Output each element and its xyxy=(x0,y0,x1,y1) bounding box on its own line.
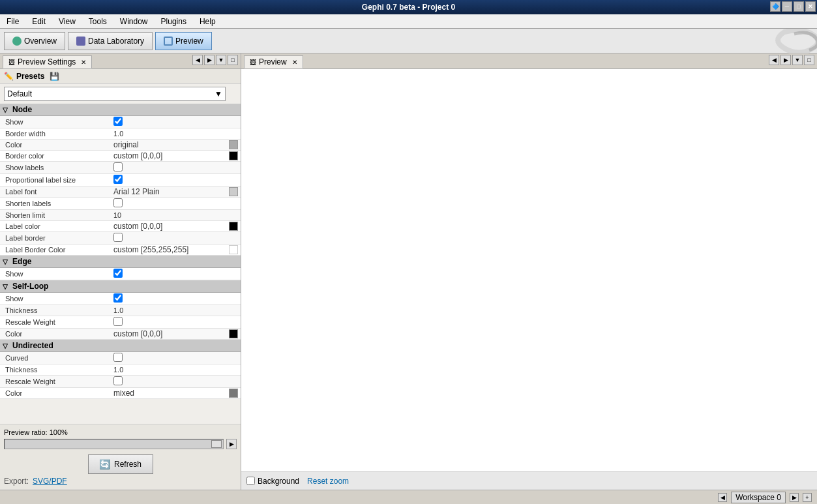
node-show-value[interactable] xyxy=(111,116,241,128)
node-color-swatch[interactable] xyxy=(229,140,238,149)
minimize-button[interactable]: ─ xyxy=(782,1,792,12)
tab-maximize[interactable]: □ xyxy=(228,55,238,65)
workspace-add[interactable]: + xyxy=(803,493,812,502)
right-tab-scroll-right[interactable]: ▶ xyxy=(780,55,791,65)
preview-tab[interactable]: 🖼 Preview ✕ xyxy=(244,55,303,68)
overview-button[interactable]: Overview xyxy=(4,32,65,50)
right-tab-dropdown[interactable]: ▼ xyxy=(792,55,803,65)
preview-tab-close-icon[interactable]: ✕ xyxy=(292,59,297,66)
menu-help[interactable]: Help xyxy=(196,16,220,27)
node-label-color-value[interactable]: custom [0,0,0] xyxy=(111,221,241,232)
ratio-slider-container: ▶ xyxy=(4,439,237,449)
node-show-labels-value[interactable] xyxy=(111,162,241,174)
save-preset-icon[interactable]: 💾 xyxy=(50,72,59,81)
workspace-nav-right[interactable]: ▶ xyxy=(790,493,799,502)
self-loop-show-checkbox[interactable] xyxy=(113,293,123,303)
self-loop-collapse-icon[interactable]: ▽ xyxy=(3,283,8,290)
node-show-labels-label: Show labels xyxy=(0,162,111,174)
menu-view[interactable]: View xyxy=(55,16,80,27)
refresh-label: Refresh xyxy=(114,460,141,469)
menu-window[interactable]: Window xyxy=(116,16,152,27)
refresh-button[interactable]: 🔄 Refresh xyxy=(88,454,153,474)
self-loop-rescale-checkbox[interactable] xyxy=(113,317,123,326)
background-checkbox[interactable] xyxy=(246,477,255,485)
ratio-slider-thumb[interactable] xyxy=(211,440,222,448)
undirected-curved-value[interactable] xyxy=(111,352,241,364)
edge-show-value[interactable] xyxy=(111,268,241,280)
export-label: Export: xyxy=(4,477,29,486)
node-label-font-swatch[interactable] xyxy=(229,187,238,196)
tab-scroll-right[interactable]: ▶ xyxy=(204,55,215,65)
status-bar: ◀ Workspace 0 ▶ + xyxy=(0,490,817,504)
node-collapse-icon[interactable]: ▽ xyxy=(3,106,8,113)
undirected-color-swatch[interactable] xyxy=(229,389,238,398)
node-show-checkbox[interactable] xyxy=(113,117,123,126)
node-shorten-labels-checkbox[interactable] xyxy=(113,198,123,207)
preview-button[interactable]: Preview xyxy=(155,32,212,50)
ratio-slider[interactable] xyxy=(4,439,224,449)
self-loop-rescale-value[interactable] xyxy=(111,316,241,329)
menu-tools[interactable]: Tools xyxy=(85,16,111,27)
preview-canvas xyxy=(241,69,817,471)
node-prop-label-size-value[interactable] xyxy=(111,174,241,186)
node-label-border-checkbox[interactable] xyxy=(113,233,123,242)
data-laboratory-button[interactable]: Data Laboratory xyxy=(68,32,153,50)
menu-plugins[interactable]: Plugins xyxy=(157,16,190,27)
ratio-slider-end-btn[interactable]: ▶ xyxy=(226,439,237,449)
undirected-curved-checkbox[interactable] xyxy=(113,353,123,362)
preview-settings-tab[interactable]: 🖼 Preview Settings ✕ xyxy=(3,55,92,68)
tab-dropdown[interactable]: ▼ xyxy=(216,55,226,65)
node-label-color-swatch[interactable] xyxy=(229,222,238,231)
tab-scroll-left[interactable]: ◀ xyxy=(192,55,203,65)
edge-show-row: Show xyxy=(0,268,241,280)
edge-show-checkbox[interactable] xyxy=(113,269,123,278)
self-loop-color-swatch[interactable] xyxy=(229,329,238,338)
self-loop-color-value[interactable]: custom [0,0,0] xyxy=(111,329,241,340)
preview-settings-tab-label: Preview Settings xyxy=(18,57,76,67)
node-label-border-color-row: Label Border Color custom [255,255,255] xyxy=(0,245,241,256)
window-controls: 🔷 ─ □ ✕ xyxy=(770,1,816,12)
background-label: Background xyxy=(258,477,299,486)
left-panel: 🖼 Preview Settings ✕ ◀ ▶ ▼ □ ✏️ Presets … xyxy=(0,53,241,490)
background-toggle[interactable]: Background xyxy=(246,477,299,486)
undirected-collapse-icon[interactable]: ▽ xyxy=(3,342,8,349)
right-tab-maximize[interactable]: □ xyxy=(804,55,814,65)
node-show-labels-checkbox[interactable] xyxy=(113,162,123,171)
undirected-rescale-value[interactable] xyxy=(111,376,241,388)
node-prop-label-size-checkbox[interactable] xyxy=(113,175,123,184)
self-loop-show-value[interactable] xyxy=(111,293,241,305)
undirected-rescale-checkbox[interactable] xyxy=(113,376,123,385)
export-format-label[interactable]: SVG/PDF xyxy=(33,477,67,486)
settings-scroll[interactable]: ▽ Node Show Border width 1.0 Color xyxy=(0,104,241,424)
workspace-nav-left[interactable]: ◀ xyxy=(718,493,727,502)
maximize-button[interactable]: □ xyxy=(794,1,804,12)
preview-icon xyxy=(164,37,173,46)
undirected-color-value[interactable]: mixed xyxy=(111,388,241,399)
preview-settings-tab-icon: 🖼 xyxy=(8,59,15,66)
preset-dropdown[interactable]: Default ▼ xyxy=(4,87,226,101)
edge-section-header: ▽ Edge xyxy=(0,256,241,268)
undirected-thickness-value: 1.0 xyxy=(111,364,241,376)
node-label-border-value[interactable] xyxy=(111,232,241,245)
menu-file[interactable]: File xyxy=(3,16,23,27)
workspace-button[interactable]: Workspace 0 xyxy=(731,492,786,503)
reset-zoom-button[interactable]: Reset zoom xyxy=(307,477,349,486)
node-label-border-color-swatch[interactable] xyxy=(229,245,238,254)
node-border-width-row: Border width 1.0 xyxy=(0,128,241,140)
self-loop-thickness-row: Thickness 1.0 xyxy=(0,305,241,316)
edge-collapse-icon[interactable]: ▽ xyxy=(3,258,8,265)
node-border-color-swatch[interactable] xyxy=(229,151,238,160)
right-tab-bar: 🖼 Preview ✕ ◀ ▶ ▼ □ xyxy=(241,53,817,69)
node-color-value[interactable]: original xyxy=(111,140,241,151)
node-label-border-color-value[interactable]: custom [255,255,255] xyxy=(111,245,241,256)
node-shorten-labels-value[interactable] xyxy=(111,198,241,210)
presets-label: Presets xyxy=(16,72,44,81)
right-tab-scroll-left[interactable]: ◀ xyxy=(769,55,779,65)
close-button[interactable]: ✕ xyxy=(805,1,816,12)
preview-settings-close-icon[interactable]: ✕ xyxy=(81,59,86,66)
node-shorten-limit-label: Shorten limit xyxy=(0,210,111,221)
node-label-font-value[interactable]: Arial 12 Plain xyxy=(111,186,241,198)
menu-edit[interactable]: Edit xyxy=(28,16,50,27)
node-border-color-value[interactable]: custom [0,0,0] xyxy=(111,151,241,162)
undirected-color-label: Color xyxy=(0,388,111,399)
